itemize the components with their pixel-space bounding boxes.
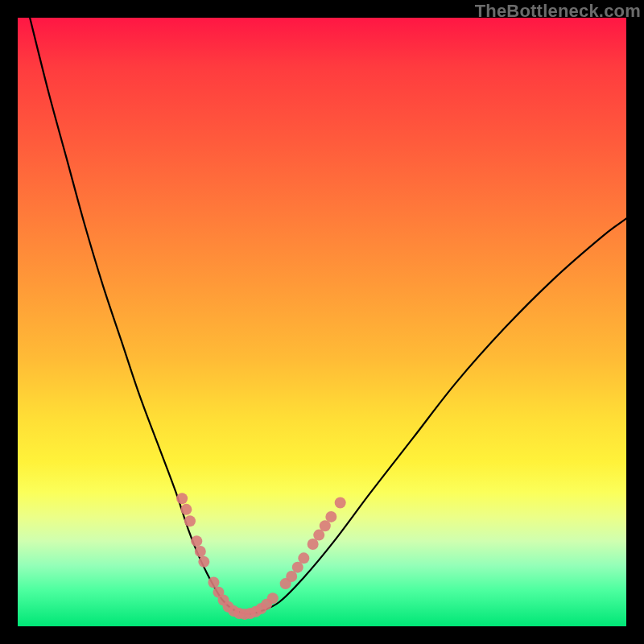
- curve-marker: [176, 493, 188, 504]
- curve-marker: [335, 497, 346, 509]
- curve-marker: [208, 577, 219, 588]
- curve-marker: [184, 515, 196, 526]
- curve-marker: [191, 535, 202, 547]
- curve-marker: [180, 504, 192, 515]
- curve-markers: [176, 493, 346, 620]
- curve-marker: [267, 592, 279, 604]
- plot-area: [18, 18, 626, 626]
- curve-marker: [325, 511, 336, 522]
- chart-frame: TheBottleneck.com: [0, 0, 644, 644]
- curve-marker: [198, 556, 209, 568]
- curve-svg: [18, 18, 626, 626]
- curve-marker: [195, 546, 206, 557]
- curve-marker: [298, 552, 309, 564]
